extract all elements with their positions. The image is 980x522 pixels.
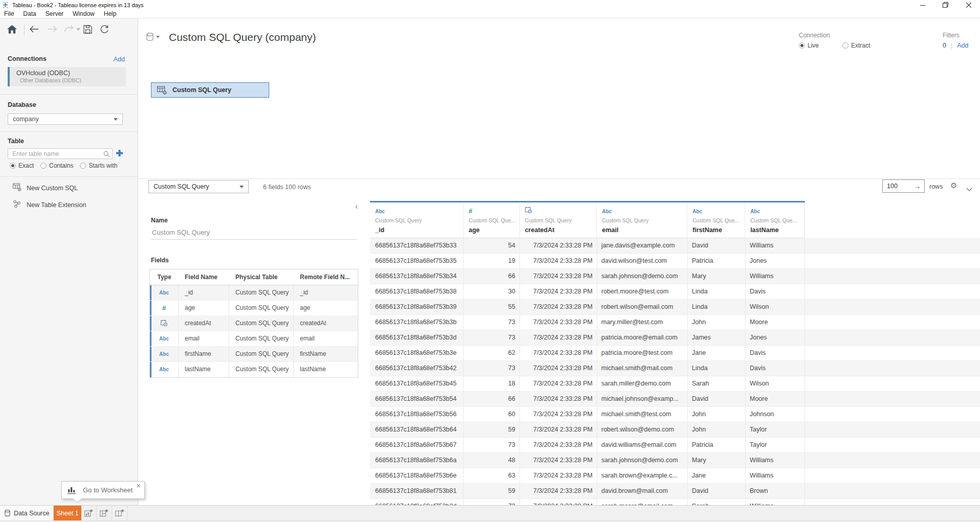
radio-label: Exact [18,162,34,169]
grid-row: 66856137c18f8a68ef753b6e 63 7/3/2024 2:3… [370,468,980,484]
cell-id: 66856137c18f8a68ef753b3b [370,315,464,330]
cell-lastname: Taylor [746,422,805,437]
cell-id: 66856137c18f8a68ef753b6e [370,468,464,483]
save-icon[interactable] [83,25,92,34]
restore-button[interactable] [934,0,957,10]
filters-add-link[interactable]: Add [957,42,968,49]
redo-icon[interactable] [64,25,75,33]
grid-row: 66856137c18f8a68ef753b33 54 7/3/2024 2:3… [370,238,980,254]
database-value: company [8,116,114,123]
physical-table-cell: Custom SQL Query [229,331,294,346]
forward-icon[interactable] [48,25,57,33]
grid-column-header[interactable]: Abc # Custom SQL Que... firstName [687,202,745,238]
connection-type-radio[interactable]: Live [799,42,819,49]
grid-column-header[interactable]: Abc # Custom SQL Query createdAt [520,202,597,238]
redo-dropdown-icon[interactable] [76,28,80,31]
gear-icon[interactable]: ⚙ [950,181,957,190]
home-icon[interactable] [7,25,17,34]
menu-item[interactable]: Server [46,10,63,17]
new-dashboard-icon [100,509,108,517]
tab-data-source[interactable]: Data Source [0,506,54,520]
cell-createdat: 7/3/2024 2:33:28 PM [520,254,597,268]
tab-sheet1[interactable]: Sheet 1 [54,506,81,520]
filters-count: 0 [943,42,946,49]
cell-age: 30 [464,284,520,299]
fields-col-type[interactable]: Type [150,274,179,281]
cell-createdat: 7/3/2024 2:33:28 PM [520,346,597,360]
chevron-down-icon [239,186,244,188]
grid-column-header[interactable]: Abc # Custom SQL Que... lastName [745,202,804,238]
close-icon[interactable]: ✕ [136,483,141,489]
cell-id: 66856137c18f8a68ef753b6a [370,453,464,468]
refresh-icon[interactable] [100,25,109,34]
cell-createdat: 7/3/2024 2:33:28 PM [520,453,597,468]
cell-age: 54 [464,238,520,253]
database-select[interactable]: company [8,114,123,125]
connection-name: OVHcloud (ODBC) [16,70,126,77]
field-row[interactable]: Abc # createdAt Custom SQL Query created… [150,316,358,331]
custom-sql-query-table[interactable]: Custom SQL Query [151,82,269,98]
menu-item[interactable]: Data [23,10,36,17]
grid-column-header[interactable]: Abc # Custom SQL Que... age [464,202,520,238]
sidebar-action[interactable]: New Table Extension [13,200,86,210]
field-row[interactable]: Abc # _id Custom SQL Query _id [150,285,358,301]
cell-createdat: 7/3/2024 2:33:28 PM [520,484,597,498]
match-option-radio[interactable]: Contains [40,162,73,169]
field-row[interactable]: Abc # firstName Custom SQL Query firstNa… [150,347,358,362]
cell-filler [805,300,980,314]
fields-col-fieldname[interactable]: Field Name [179,274,229,281]
connection-item-ovhcloud[interactable]: OVHcloud (ODBC) Other Databases (ODBC) [8,67,126,86]
cell-id: 66856137c18f8a68ef753b56 [370,407,464,422]
menu-item[interactable]: Window [73,10,95,17]
cell-createdat: 7/3/2024 2:33:28 PM [520,499,597,505]
cell-email: sarah.brown@example.c... [597,468,688,483]
cell-firstname: John [688,407,746,422]
new-story-button[interactable] [112,506,127,520]
match-option-radio[interactable]: Exact [10,162,34,169]
apply-rows-icon[interactable]: → [914,183,921,190]
field-row[interactable]: Abc # age Custom SQL Query age [150,301,358,316]
add-connection-link[interactable]: Add [114,56,125,63]
physical-table-cell: Custom SQL Query [229,316,294,331]
new-worksheet-button[interactable] [81,506,97,520]
sidebar-action[interactable]: New Custom SQL [13,183,78,193]
collapse-panel-icon[interactable]: ‹ [355,202,358,211]
menu-item[interactable]: Help [104,10,117,17]
chevron-down-icon[interactable] [966,184,972,193]
fields-col-remote[interactable]: Remote Field N... [294,274,357,281]
grid-row: 66856137c18f8a68ef753b34 66 7/3/2024 2:3… [370,269,980,284]
datasource-icon[interactable] [146,33,160,43]
row-limit-input[interactable] [883,183,906,190]
cell-email: patricia.moore@email.com [597,330,688,345]
cell-email: david.wilson@test.com [597,254,688,268]
close-button[interactable] [957,0,980,10]
filters-label: Filters [943,32,968,39]
new-dashboard-button[interactable] [97,506,112,520]
back-icon[interactable] [29,25,39,33]
filters-separator: | [951,42,952,49]
cell-firstname: Linda [688,300,746,314]
table-search-input[interactable] [8,148,113,159]
table-selector-dropdown[interactable]: Custom SQL Query [148,180,249,193]
table-match-options: Exact Contains Starts with [10,162,117,169]
divider [0,176,138,177]
cell-filler [805,376,980,391]
string-type-icon: Abc [692,209,702,214]
match-option-radio[interactable]: Starts with [80,162,117,169]
cell-email: michael.smith@mail.com [597,361,688,376]
minimize-button[interactable] [911,0,934,10]
menu-item[interactable]: File [4,10,14,17]
table-name-input[interactable] [151,228,357,240]
connection-type-radio[interactable]: Extract [842,42,870,49]
grid-column-header[interactable]: Abc # Custom SQL Query email [597,202,687,238]
field-row[interactable]: Abc # email Custom SQL Query email [150,331,358,347]
go-to-worksheet-tooltip: Go to Worksheet ✕ [61,481,145,499]
add-table-icon[interactable] [116,149,123,159]
column-name: firstName [692,226,745,234]
grid-column-header[interactable]: Abc # Custom SQL Query _id [370,202,464,238]
column-source: Custom SQL Query [375,217,463,223]
cell-id: 66856137c18f8a68ef753b81 [370,484,464,498]
fields-col-physicaltable[interactable]: Physical Table [229,274,294,281]
cell-filler [805,330,980,345]
field-row[interactable]: Abc # lastName Custom SQL Query lastName [150,362,358,377]
